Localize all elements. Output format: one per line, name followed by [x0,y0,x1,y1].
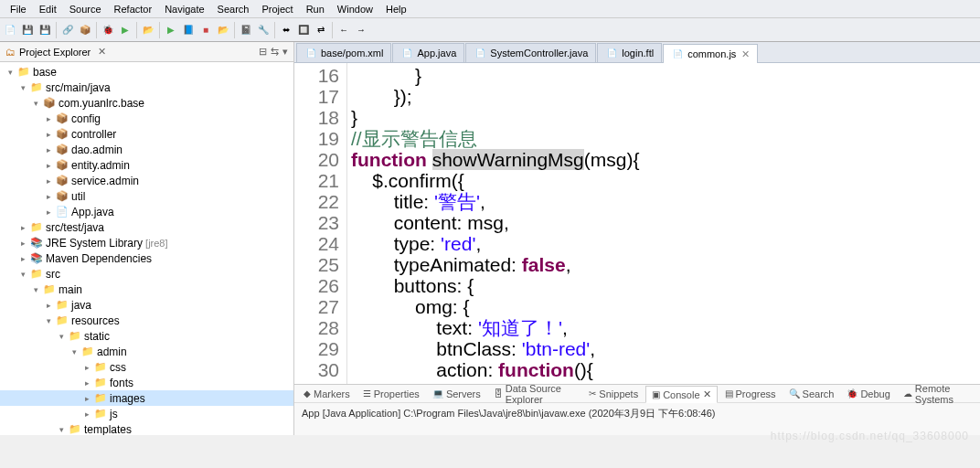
tree-item[interactable]: ▾📁templates [0,421,293,435]
tree-item[interactable]: ▾📦com.yuanlrc.base [0,95,293,111]
tree-item[interactable]: ▸📦controller [0,126,293,142]
expand-icon[interactable]: ▸ [42,161,55,170]
tree-item[interactable]: ▾📁main [0,282,293,297]
menu-project[interactable]: Project [255,2,299,16]
code-line[interactable]: function showWarningMsg(msg){ [351,149,980,170]
expand-icon[interactable]: ▸ [16,223,29,232]
editor-tab[interactable]: 📄base/pom.xml [296,43,391,62]
expand-icon[interactable]: ▸ [42,114,55,123]
tree-item[interactable]: ▸📦service.admin [0,173,293,188]
expand-icon[interactable]: ▸ [80,363,93,372]
expand-icon[interactable]: ▸ [16,254,29,263]
code-line[interactable]: btnClass: 'btn-red', [351,338,980,359]
tree-item[interactable]: ▸📦entity.admin [0,157,293,173]
menu-navigate[interactable]: Navigate [158,2,210,16]
tree-item[interactable]: ▾📁src [0,266,293,282]
menu-source[interactable]: Source [63,2,108,16]
code-line[interactable]: }); [351,86,980,107]
forward-btn[interactable]: → [353,22,369,38]
code-line[interactable]: text: '知道了！', [351,317,980,338]
debug-btn[interactable]: 🐞 [100,22,116,38]
bottom-tab-debug[interactable]: 🐞Debug [841,387,895,401]
menu-run[interactable]: Run [300,2,331,16]
expand-icon[interactable]: ▸ [80,378,93,388]
tree-item[interactable]: ▾📁static [0,328,293,344]
tree-item[interactable]: ▸📁src/test/java [0,219,293,235]
tree-item[interactable]: ▸📄App.java [0,204,293,219]
code-editor[interactable]: 161718192021222324252627282930 } });}//显… [294,63,980,384]
expand-icon[interactable]: ▾ [68,347,80,356]
expand-icon[interactable]: ▾ [4,68,16,77]
tree-item[interactable]: ▸📁fonts [0,375,293,390]
view-menu-icon[interactable]: ▾ [282,46,288,58]
code-line[interactable]: //显示警告信息 [351,128,980,149]
close-icon[interactable]: ✕ [703,388,711,400]
menu-refactor[interactable]: Refactor [108,2,159,16]
menu-window[interactable]: Window [331,2,379,16]
code-line[interactable]: content: msg, [351,212,980,233]
code-line[interactable]: action: function(){ [351,359,980,380]
tree-item[interactable]: ▸📚JRE System Library [jre8] [0,235,293,250]
tree-item[interactable]: ▸📦util [0,188,293,204]
tree-item[interactable]: ▸📚Maven Dependencies [0,250,293,266]
editor-tab[interactable]: 📄common.js✕ [663,44,758,63]
code-line[interactable]: type: 'red', [351,233,980,254]
bottom-tab-search[interactable]: 🔍Search [783,387,840,401]
expand-icon[interactable]: ▾ [29,285,42,294]
project-tree[interactable]: ▾📁base▾📁src/main/java▾📦com.yuanlrc.base▸… [0,62,293,435]
code-line[interactable]: } [351,107,980,128]
save-btn[interactable]: 💾 [19,22,36,38]
editor-tab[interactable]: 📄SystemController.java [465,43,596,62]
menu-search[interactable]: Search [211,2,256,16]
menu-edit[interactable]: Edit [33,2,63,16]
close-icon[interactable]: ✕ [741,48,750,60]
expand-icon[interactable]: ▾ [16,270,29,279]
tree-item[interactable]: ▸📁images [0,390,293,406]
code-content[interactable]: } });}//显示警告信息function showWarningMsg(ms… [347,63,980,384]
menu-help[interactable]: Help [379,2,413,16]
run-btn[interactable]: ▶ [117,22,133,38]
editor-tab[interactable]: 📄App.java [392,43,464,62]
tree-item[interactable]: ▾📁resources [0,313,293,328]
tree-item[interactable]: ▾📁src/main/java [0,80,293,95]
expand-icon[interactable]: ▸ [42,176,55,186]
expand-icon[interactable]: ▸ [42,145,55,154]
code-line[interactable]: typeAnimated: false, [351,254,980,275]
expand-icon[interactable]: ▸ [16,239,29,248]
tree-item[interactable]: ▸📁css [0,359,293,375]
expand-icon[interactable]: ▸ [42,192,55,201]
project-explorer-tab[interactable]: 🗂 Project Explorer ✕ ⊟ ⇆ ▾ [0,42,293,62]
expand-icon[interactable]: ▾ [29,99,42,108]
editor-tab[interactable]: 📄login.ftl [597,43,662,62]
bottom-tab-properties[interactable]: ☰Properties [357,387,425,401]
expand-icon[interactable]: ▸ [42,130,55,139]
close-icon[interactable]: ✕ [98,46,106,58]
expand-icon[interactable]: ▾ [55,425,68,434]
bottom-tab-remote-systems[interactable]: ☁Remote Systems [898,381,976,407]
expand-icon[interactable]: ▸ [42,301,55,310]
expand-icon[interactable]: ▾ [55,332,68,341]
bottom-tab-servers[interactable]: 💻Servers [427,387,486,401]
expand-icon[interactable]: ▾ [42,316,55,325]
tree-item[interactable]: ▸📁java [0,297,293,313]
tree-item[interactable]: ▸📁js [0,406,293,421]
collapse-all-icon[interactable]: ⊟ [259,46,267,58]
tree-item[interactable]: ▾📁admin [0,344,293,359]
menu-file[interactable]: File [4,2,33,16]
tree-item[interactable]: ▾📁base [0,64,293,80]
link-editor-icon[interactable]: ⇆ [271,46,279,58]
bottom-tab-progress[interactable]: ▤Progress [719,387,782,401]
bottom-tab-markers[interactable]: ◆Markers [298,387,356,401]
bottom-tab-snippets[interactable]: ✂Snippets [583,387,644,401]
back-btn[interactable]: ← [336,22,352,38]
new-btn[interactable]: 📄 [2,22,18,38]
bottom-tab-console[interactable]: ▣Console ✕ [645,386,717,403]
code-line[interactable]: buttons: { [351,275,980,296]
code-line[interactable]: } [351,65,980,86]
tree-item[interactable]: ▸📦dao.admin [0,142,293,157]
code-line[interactable]: title: '警告', [351,191,980,212]
expand-icon[interactable]: ▸ [80,410,93,419]
expand-icon[interactable]: ▸ [80,394,93,403]
expand-icon[interactable]: ▸ [42,207,55,217]
code-line[interactable]: omg: { [351,296,980,317]
